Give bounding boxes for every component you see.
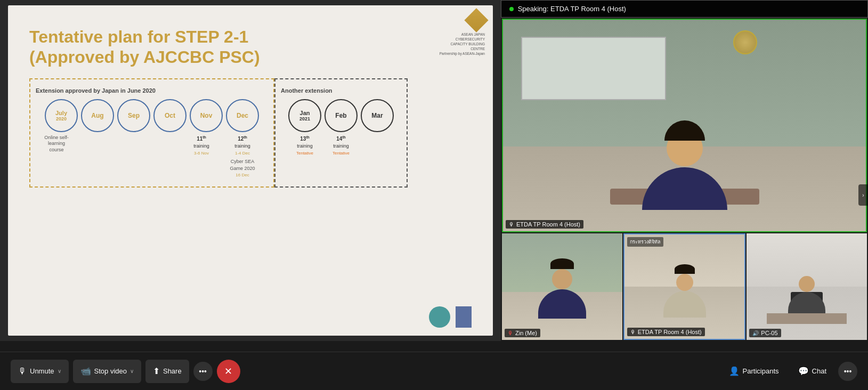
logo-diamond-icon <box>464 8 488 32</box>
more-options-button[interactable]: ••• <box>193 362 213 381</box>
pc05-name-label: PC-05 <box>761 330 777 336</box>
room-screen <box>521 37 666 100</box>
month-oct: Oct <box>153 99 186 132</box>
mic-icon-etda2: 🎙 <box>630 329 636 335</box>
slide-title: Tentative plan for STEP 2-1 (Approved by… <box>29 27 402 68</box>
teal-circle-icon <box>429 306 450 328</box>
video-label-etda2: 🎙 ETDA TP Room 4 (Host) <box>627 328 705 336</box>
pc05-desk <box>767 313 847 324</box>
video-zin[interactable]: 🎙 Zin (Me) <box>502 233 622 340</box>
extension-label-left: Extension approved by Japan in June 2020 <box>36 87 156 94</box>
month-aug: Aug <box>81 99 114 132</box>
speaking-indicator-icon <box>509 7 514 11</box>
end-call-button[interactable]: ✕ <box>217 360 240 383</box>
muted-icon: 🎙 <box>508 330 513 336</box>
circles-row-left: July 2020 Aug Sep <box>45 99 259 132</box>
participants-icon: 👤 <box>729 366 740 376</box>
blue-square-icon <box>456 306 472 328</box>
extension-label-right: Another extension <box>281 87 332 94</box>
extension-box-left: Extension approved by Japan in June 2020… <box>29 78 274 188</box>
month-feb: Feb <box>325 99 358 132</box>
month-mar: Mar <box>361 99 394 132</box>
speaking-banner: Speaking: ETDA TP Room 4 (Host) <box>501 0 868 18</box>
etda2-name-label: ETDA TP Room 4 (Host) <box>638 329 702 335</box>
chat-button[interactable]: 💬 Chat <box>791 360 834 383</box>
room-background <box>503 20 866 231</box>
labels-left: Online self-learningcourse 11th t <box>40 135 264 178</box>
circles-row-right: Jan 2021 Feb Mar <box>288 99 394 132</box>
stop-video-button[interactable]: 📹 Stop video ∨ <box>73 360 141 383</box>
main-area: ASEAN JAPAN CYBERSECURITY CAPACITY BUILD… <box>0 0 868 352</box>
labels-right: 13th training Tentative 14th training Te… <box>288 135 394 157</box>
ajccbc-logo: ASEAN JAPAN CYBERSECURITY CAPACITY BUILD… <box>440 12 485 56</box>
video-etda2[interactable]: กระทรวงดิจิทัล 🎙 ETDA TP Room 4 (Host) <box>623 233 746 340</box>
video-pc05[interactable]: 🔊 PC-05 <box>747 233 867 340</box>
speaking-speaker: ETDA TP Room 4 (Host) <box>550 5 626 13</box>
stop-video-label: Stop video <box>94 367 127 375</box>
video-chevron-icon: ∨ <box>130 368 134 374</box>
video-label-pc05: 🔊 PC-05 <box>749 329 781 337</box>
more-right-button[interactable]: ••• <box>838 362 857 381</box>
share-button[interactable]: ⬆ Share <box>145 360 189 383</box>
label-nov: 11th training 3-6 Nov <box>185 135 218 157</box>
label-jan: 13th training Tentative <box>288 135 321 157</box>
month-july: July 2020 <box>45 99 78 132</box>
month-jan: Jan 2021 <box>288 99 321 132</box>
speaking-label: Speaking: <box>518 5 549 13</box>
unmute-chevron-icon: ∨ <box>58 368 61 374</box>
label-dec: 12th training 1-4 Dec Cyber SEAGame 2020… <box>221 135 264 178</box>
thai-text-banner: กระทรวงดิจิทัล <box>627 237 663 247</box>
expand-arrow[interactable]: › <box>858 184 868 206</box>
video-label-zin: 🎙 Zin (Me) <box>505 329 540 337</box>
video-grid: 🎙 ETDA TP Room 4 (Host) <box>501 18 868 341</box>
month-dec: Dec <box>226 99 259 132</box>
video-bottom-row: 🎙 Zin (Me) กระทรวงดิจิทัล <box>502 233 867 340</box>
right-toolbar: 👤 Participants 💬 Chat ••• <box>721 360 857 383</box>
extension-box-right: Another extension Jan 2021 Feb <box>274 78 408 188</box>
room-emblem <box>733 30 757 54</box>
month-sep: Sep <box>117 99 150 132</box>
participants-label: Participants <box>743 367 779 375</box>
label-july: Online self-learningcourse <box>40 135 73 153</box>
label-feb: 14th training Tentative <box>325 135 358 157</box>
speaker-name-label: ETDA TP Room 4 (Host) <box>516 221 580 228</box>
chat-icon: 💬 <box>798 366 809 376</box>
dots-icon: ••• <box>199 367 207 376</box>
share-label: Share <box>163 367 182 375</box>
zin-name-label: Zin (Me) <box>515 330 537 336</box>
video-label-main-speaker: 🎙 ETDA TP Room 4 (Host) <box>506 220 583 229</box>
mic-icon-pc05: 🔊 <box>752 330 759 336</box>
participants-button[interactable]: 👤 Participants <box>721 360 786 383</box>
chat-label: Chat <box>812 367 826 375</box>
slide-container: ASEAN JAPAN CYBERSECURITY CAPACITY BUILD… <box>8 5 493 336</box>
toolbar: 🎙 Unmute ∨ 📹 Stop video ∨ ⬆ Share ••• ✕ … <box>0 352 868 390</box>
main-speaker-person <box>642 120 727 210</box>
share-toolbar-icon: ⬆ <box>153 366 160 376</box>
unmute-label: Unmute <box>30 367 54 375</box>
logo-text: ASEAN JAPAN CYBERSECURITY CAPACITY BUILD… <box>440 32 485 56</box>
month-nov: Nov <box>190 99 223 132</box>
more-dots-icon: ••• <box>844 367 852 376</box>
right-panel: Speaking: ETDA TP Room 4 (Host) <box>501 0 868 341</box>
video-main-speaker[interactable]: 🎙 ETDA TP Room 4 (Host) <box>502 19 867 232</box>
video-toolbar-icon: 📹 <box>80 366 91 376</box>
end-call-icon: ✕ <box>224 365 232 377</box>
mic-icon: 🎙 <box>509 222 514 228</box>
unmute-button[interactable]: 🎙 Unmute ∨ <box>11 360 69 383</box>
slide-area: ASEAN JAPAN CYBERSECURITY CAPACITY BUILD… <box>0 0 501 341</box>
mic-toolbar-icon: 🎙 <box>18 367 27 376</box>
